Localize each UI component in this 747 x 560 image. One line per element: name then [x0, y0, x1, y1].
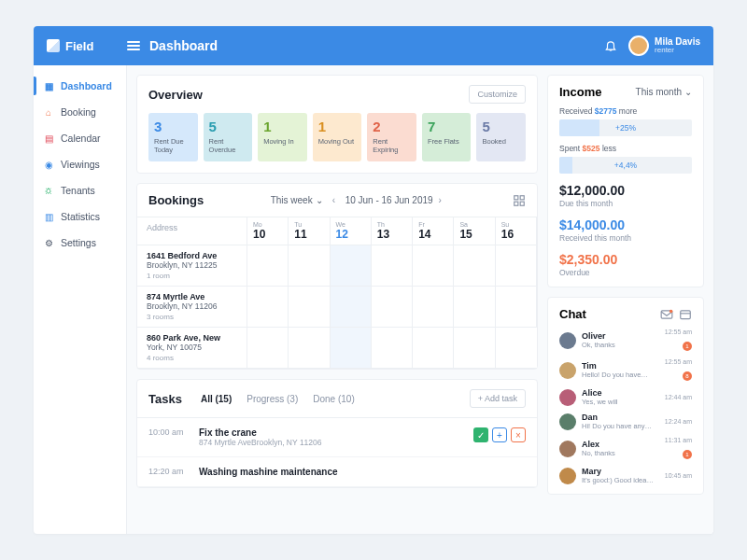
sidebar-item-label: Dashboard	[61, 80, 112, 91]
view-toggle-icon[interactable]	[513, 194, 526, 207]
stat-tile[interactable]: 1Moving Out	[313, 113, 362, 161]
menu-toggle-icon[interactable]	[127, 41, 140, 50]
bell-icon[interactable]	[604, 39, 617, 52]
prev-week-button[interactable]: ‹	[332, 195, 340, 205]
income-amount-label: Due this month	[559, 199, 692, 208]
tab-all[interactable]: All (15)	[201, 394, 232, 404]
sidebar-item-label: Settings	[61, 237, 96, 248]
bookings-period-select[interactable]: This week ⌄	[271, 195, 323, 205]
svg-rect-3	[520, 202, 524, 205]
received-bar: +25%	[559, 119, 692, 136]
user-menu[interactable]: Mila Davis renter	[628, 35, 700, 56]
address-cell[interactable]: 874 Myrtle AveBrooklyn, NY 112063 rooms	[137, 287, 247, 328]
chat-item[interactable]: AlexNo, thanks11:31 am1	[559, 437, 692, 460]
date-range: 10 Jun - 16 Jun 2019	[345, 195, 433, 205]
sidebar-item-calendar[interactable]: ▤Calendar	[34, 125, 126, 151]
logo-icon	[47, 39, 60, 52]
calendar-cell[interactable]	[496, 245, 537, 287]
add-task-button[interactable]: + Add task	[470, 389, 526, 408]
day-header[interactable]: Mo10	[247, 217, 289, 245]
calendar-cell[interactable]	[454, 328, 495, 369]
tab-progress[interactable]: Progress (3)	[247, 394, 298, 404]
calendar-cell[interactable]	[454, 245, 495, 287]
calendar-cell[interactable]	[331, 328, 372, 369]
calendar-cell[interactable]	[331, 245, 372, 287]
stat-tile[interactable]: 1Moving In	[258, 113, 307, 161]
svg-rect-2	[514, 202, 518, 205]
bookings-card: Bookings This week ⌄ ‹ 10 Jun - 16 Jun 2…	[136, 183, 538, 370]
chat-item[interactable]: DanHi! Do you have any…12:24 am	[559, 413, 692, 430]
topbar: Field Dashboard Mila Davis renter	[34, 26, 713, 65]
stat-tile[interactable]: 3Rent Due Today	[148, 113, 198, 161]
day-header[interactable]: Fr14	[413, 217, 454, 245]
overview-title: Overview	[148, 88, 203, 102]
stat-tile[interactable]: 2Rent Expiring	[367, 113, 416, 161]
stat-tile[interactable]: 5Rent Overdue	[204, 113, 253, 161]
calendar-icon[interactable]	[679, 309, 692, 320]
day-header[interactable]: We12	[331, 217, 372, 245]
sidebar-item-settings[interactable]: ⚙Settings	[34, 230, 126, 256]
sidebar-item-tenants[interactable]: ⛭Tenants	[34, 177, 126, 203]
day-header[interactable]: Tu11	[289, 217, 330, 245]
bookings-title: Bookings	[148, 193, 204, 207]
statistics-icon: ▥	[43, 211, 54, 222]
income-amount: $2,350.00	[559, 252, 692, 267]
calendar-cell[interactable]	[372, 328, 413, 369]
calendar-cell[interactable]	[247, 328, 289, 369]
chevron-down-icon: ⌄	[684, 87, 692, 97]
calendar-cell[interactable]	[247, 245, 289, 287]
address-cell[interactable]: 860 Park Ave, NewYork, NY 100754 rooms	[137, 328, 247, 369]
task-add-button[interactable]: +	[492, 427, 507, 442]
task-time: 12:20 am	[148, 467, 188, 477]
calendar-cell[interactable]	[454, 287, 495, 328]
chat-avatar	[559, 441, 576, 457]
booking-icon: ⌂	[43, 106, 54, 118]
calendar-cell[interactable]	[496, 328, 537, 369]
calendar-cell[interactable]	[413, 287, 454, 328]
svg-rect-0	[514, 196, 518, 200]
sidebar-item-statistics[interactable]: ▥Statistics	[34, 203, 126, 230]
chat-item[interactable]: AliceYes, we will12:44 am	[559, 388, 692, 406]
sidebar-item-label: Calendar	[61, 133, 101, 144]
sidebar-item-label: Tenants	[61, 185, 95, 196]
next-week-button[interactable]: ›	[439, 195, 446, 205]
sidebar-item-label: Booking	[61, 106, 96, 118]
day-header[interactable]: Th13	[372, 217, 413, 245]
sidebar-item-viewings[interactable]: ◉Viewings	[34, 151, 126, 177]
customize-button[interactable]: Customize	[469, 85, 526, 104]
mail-icon[interactable]	[660, 309, 673, 320]
calendar-cell[interactable]	[413, 245, 454, 287]
calendar-icon: ▤	[43, 133, 54, 144]
address-cell[interactable]: 1641 Bedford AveBrooklyn, NY 112251 room	[137, 245, 247, 287]
income-amount-label: Received this month	[559, 233, 692, 243]
chat-item[interactable]: OliverOk, thanks12:55 am1	[559, 329, 692, 352]
calendar-cell[interactable]	[372, 287, 413, 328]
brand-logo[interactable]: Field	[47, 39, 127, 53]
day-header[interactable]: Su16	[496, 217, 537, 245]
tenants-icon: ⛭	[43, 185, 54, 196]
calendar-cell[interactable]	[289, 245, 330, 287]
sidebar-item-booking[interactable]: ⌂Booking	[34, 99, 126, 125]
calendar-cell[interactable]	[496, 287, 537, 328]
sidebar-item-label: Viewings	[61, 159, 100, 170]
stat-tile[interactable]: 7Free Flats	[422, 113, 472, 161]
sidebar-item-dashboard[interactable]: ▦Dashboard	[34, 73, 126, 99]
chat-item[interactable]: TimHello! Do you have…12:55 am8	[559, 358, 692, 382]
task-delete-button[interactable]: ×	[511, 427, 526, 442]
svg-rect-6	[681, 310, 691, 318]
calendar-cell[interactable]	[413, 328, 454, 369]
chat-item[interactable]: MaryIt's good:) Good idea…10:45 am	[559, 467, 692, 484]
unread-badge: 1	[683, 450, 692, 459]
calendar-cell[interactable]	[247, 287, 289, 328]
income-period-select[interactable]: This month ⌄	[636, 87, 692, 97]
chat-title: Chat	[559, 307, 655, 321]
user-role: renter	[655, 47, 700, 55]
calendar-cell[interactable]	[289, 328, 330, 369]
calendar-cell[interactable]	[372, 245, 413, 287]
calendar-cell[interactable]	[331, 287, 372, 328]
task-done-button[interactable]: ✓	[473, 427, 488, 442]
calendar-cell[interactable]	[289, 287, 330, 328]
day-header[interactable]: Sa15	[454, 217, 495, 245]
stat-tile[interactable]: 5Booked	[476, 113, 526, 161]
tab-done[interactable]: Done (10)	[313, 394, 354, 404]
